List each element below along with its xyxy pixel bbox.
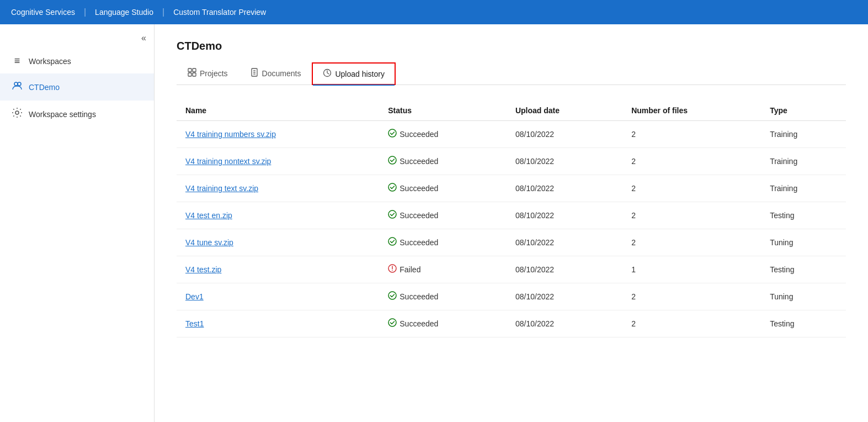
failed-icon	[388, 264, 397, 275]
row-status-3: Succeeded	[379, 202, 507, 229]
row-name-7[interactable]: Test1	[177, 310, 379, 337]
status-text-2: Succeeded	[400, 184, 438, 193]
svg-point-12	[388, 129, 396, 137]
nav-custom-translator[interactable]: Custom Translator Preview	[173, 8, 266, 17]
tab-documents[interactable]: Documents	[239, 62, 312, 85]
svg-point-20	[388, 292, 396, 299]
status-text-5: Failed	[400, 265, 420, 274]
sidebar-collapse-button[interactable]: «	[141, 33, 146, 43]
row-date-5: 08/10/2022	[507, 256, 622, 283]
col-header-num-files: Number of files	[622, 101, 761, 121]
table-header: Name Status Upload date Number of files …	[177, 101, 846, 121]
svg-point-2	[15, 111, 19, 114]
row-num-files-0: 2	[622, 121, 761, 148]
row-status-7: Succeeded	[379, 310, 507, 337]
sidebar-item-workspaces[interactable]: ≡ Workspaces	[0, 49, 154, 73]
tab-projects[interactable]: Projects	[177, 62, 239, 85]
upload-history-tab-icon	[323, 68, 332, 80]
svg-point-14	[388, 183, 396, 191]
svg-point-21	[388, 319, 396, 326]
row-num-files-6: 2	[622, 283, 761, 310]
sidebar-label-workspaces: Workspaces	[29, 57, 71, 66]
svg-point-0	[14, 82, 18, 86]
upload-history-table-container: Name Status Upload date Number of files …	[177, 101, 846, 337]
row-num-files-7: 2	[622, 310, 761, 337]
col-header-upload-date: Upload date	[507, 101, 622, 121]
status-text-4: Succeeded	[400, 238, 438, 247]
sidebar-item-workspace-settings[interactable]: Workspace settings	[0, 101, 154, 128]
row-date-6: 08/10/2022	[507, 283, 622, 310]
svg-point-13	[388, 156, 396, 164]
nav-language-studio[interactable]: Language Studio	[95, 8, 153, 17]
row-type-0: Training	[761, 121, 846, 148]
table-row: V4 training numbers sv.zip Succeeded08/1…	[177, 121, 846, 148]
row-type-1: Training	[761, 148, 846, 175]
status-text-3: Succeeded	[400, 211, 438, 220]
row-name-4[interactable]: V4 tune sv.zip	[177, 229, 379, 256]
row-type-3: Testing	[761, 202, 846, 229]
top-navigation: Cognitive Services | Language Studio | C…	[0, 0, 868, 24]
success-icon	[388, 318, 397, 329]
success-icon	[388, 291, 397, 302]
row-status-0: Succeeded	[379, 121, 507, 148]
row-type-4: Tuning	[761, 229, 846, 256]
table-row: V4 test.zip Failed08/10/20221Testing	[177, 256, 846, 283]
success-icon	[388, 210, 397, 221]
row-date-4: 08/10/2022	[507, 229, 622, 256]
table-row: V4 training nontext sv.zip Succeeded08/1…	[177, 148, 846, 175]
tab-documents-label: Documents	[262, 69, 301, 78]
row-name-1[interactable]: V4 training nontext sv.zip	[177, 148, 379, 175]
tab-upload-history[interactable]: Upload history	[312, 62, 396, 85]
table-body: V4 training numbers sv.zip Succeeded08/1…	[177, 121, 846, 337]
svg-rect-5	[188, 73, 191, 76]
row-status-2: Succeeded	[379, 175, 507, 202]
row-type-7: Testing	[761, 310, 846, 337]
row-type-6: Tuning	[761, 283, 846, 310]
svg-point-16	[388, 238, 396, 245]
svg-rect-6	[193, 73, 196, 76]
tab-bar: Projects Documents	[177, 62, 846, 85]
sidebar-item-ctdemo[interactable]: CTDemo	[0, 73, 154, 101]
row-name-6[interactable]: Dev1	[177, 283, 379, 310]
row-status-5: Failed	[379, 256, 507, 283]
table-row: Test1 Succeeded08/10/20222Testing	[177, 310, 846, 337]
svg-rect-4	[193, 68, 196, 72]
row-name-5[interactable]: V4 test.zip	[177, 256, 379, 283]
success-icon	[388, 183, 397, 194]
row-status-1: Succeeded	[379, 148, 507, 175]
svg-point-1	[18, 82, 21, 86]
sidebar-collapse-area: «	[0, 30, 154, 49]
settings-icon	[11, 107, 23, 121]
status-text-0: Succeeded	[400, 130, 438, 139]
success-icon	[388, 156, 397, 167]
col-header-type: Type	[761, 101, 846, 121]
success-icon	[388, 129, 397, 140]
svg-point-15	[388, 210, 396, 218]
documents-tab-icon	[250, 68, 259, 79]
row-status-4: Succeeded	[379, 229, 507, 256]
status-text-6: Succeeded	[400, 292, 438, 301]
row-num-files-2: 2	[622, 175, 761, 202]
row-num-files-5: 1	[622, 256, 761, 283]
row-name-3[interactable]: V4 test en.zip	[177, 202, 379, 229]
row-name-0[interactable]: V4 training numbers sv.zip	[177, 121, 379, 148]
nav-cognitive-services[interactable]: Cognitive Services	[11, 8, 75, 17]
row-num-files-4: 2	[622, 229, 761, 256]
svg-point-19	[392, 270, 393, 271]
table-row: V4 training text sv.zip Succeeded08/10/2…	[177, 175, 846, 202]
row-date-7: 08/10/2022	[507, 310, 622, 337]
sidebar: « ≡ Workspaces CTDemo Wo	[0, 24, 155, 422]
page-title: CTDemo	[177, 40, 846, 52]
tab-upload-history-label: Upload history	[335, 70, 385, 78]
workspaces-icon: ≡	[11, 55, 23, 67]
nav-divider-2: |	[162, 7, 164, 17]
row-status-6: Succeeded	[379, 283, 507, 310]
status-text-1: Succeeded	[400, 157, 438, 166]
nav-divider-1: |	[84, 7, 86, 17]
svg-rect-3	[188, 68, 191, 72]
row-date-2: 08/10/2022	[507, 175, 622, 202]
table-row: V4 test en.zip Succeeded08/10/20222Testi…	[177, 202, 846, 229]
row-name-2[interactable]: V4 training text sv.zip	[177, 175, 379, 202]
row-type-2: Training	[761, 175, 846, 202]
row-type-5: Testing	[761, 256, 846, 283]
